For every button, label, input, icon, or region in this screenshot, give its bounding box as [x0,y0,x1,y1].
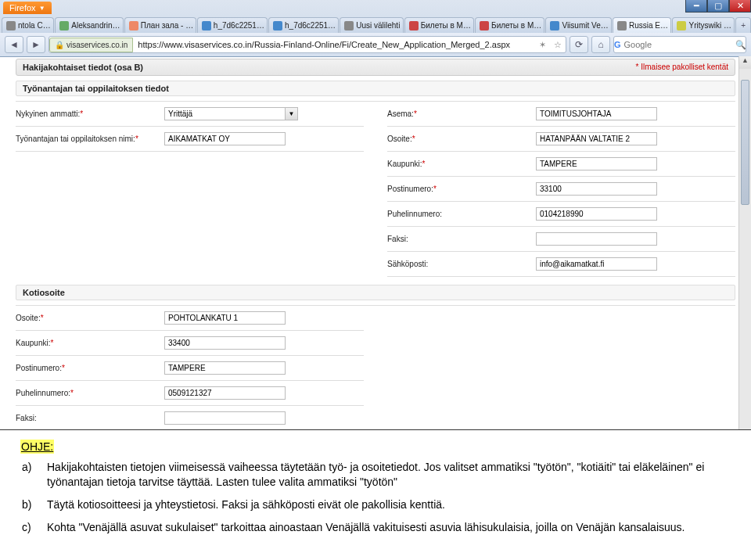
text-input[interactable] [536,207,657,221]
text-input[interactable] [536,182,657,196]
bookmark-icon[interactable]: ☆ [550,40,566,50]
form-row: Asema:* [387,105,735,123]
field-label: Kaupunki:* [16,339,164,347]
instruction-item: a)Hakijakohtaisten tietojen viimeisessä … [42,460,731,490]
field-label: Osoite:* [16,314,164,322]
favicon-icon [677,21,686,31]
browser-tab[interactable]: ntola C… [2,17,54,33]
tab-label: Aleksandrin… [71,21,120,30]
dropdown-button[interactable]: ▼ [286,107,298,120]
favicon-icon [409,21,419,31]
form-row: Postinumero:* [16,359,364,377]
feed-icon[interactable]: ✶ [534,40,550,50]
search-input[interactable] [621,40,735,49]
form-row: Kaupunki:* [16,334,364,352]
browser-tab[interactable]: h_7d6c2251… [197,17,268,33]
favicon-icon [59,21,69,31]
form-row: Faksi: [387,230,735,248]
text-input[interactable] [164,132,286,145]
tab-strip: ntola C…Aleksandrin…План зала - …h_7d6c2… [0,16,751,33]
window-close-button[interactable]: ✕ [729,0,751,13]
browser-tab[interactable]: Viisumit Ve… [545,17,612,33]
field-label: Puhelinnumero: [387,210,536,218]
site-identity[interactable]: 🔒visaservices.co.in [49,38,133,52]
list-marker: b) [22,497,31,512]
field-label: Työnantajan tai oppilaitoksen nimi:* [16,135,164,143]
field-label: Faksi: [387,235,536,243]
tab-label: Uusi välilehti [356,21,400,30]
lock-icon: 🔒 [55,41,64,49]
browser-tab[interactable]: h_7d6c2251… [268,17,339,33]
window-minimize-button[interactable]: ━ [685,0,707,13]
search-go-icon[interactable]: 🔍 [735,40,746,50]
form-row: Nykyinen ammatti:*▼ [16,105,364,123]
section-title: Hakijakohtaiset tiedot (osa B) [23,63,143,72]
tab-label: Viisumit Ve… [562,21,608,30]
form-row: Puhelinnumero: [387,205,735,223]
instruction-item: c)Kohta "Venäjällä asuvat sukulaiset" ta… [42,520,731,535]
section-header: Hakijakohtaiset tiedot (osa B) * Ilmaise… [16,59,735,76]
form-row: Puhelinnumero:* [16,384,364,402]
text-input[interactable] [164,411,286,425]
text-input[interactable] [536,157,657,171]
google-icon: G [614,40,621,49]
text-input[interactable] [164,386,286,400]
favicon-icon [550,21,559,31]
instruction-heading: OHJE: [20,440,54,454]
url-input[interactable] [133,40,534,49]
text-input[interactable] [164,336,286,350]
text-input[interactable] [536,132,657,145]
favicon-icon [6,21,16,31]
home-button[interactable]: ⌂ [591,36,610,53]
field-label: Osoite:* [387,135,536,143]
scroll-thumb[interactable] [741,80,749,205]
tab-label: h_7d6c2251… [285,21,336,30]
field-label: Asema:* [387,109,536,118]
browser-tab[interactable]: Yrityswiki … [672,17,735,33]
browser-tab[interactable]: Билеты в М… [475,17,544,33]
text-input[interactable] [536,257,657,271]
field-label: Faksi: [16,414,164,422]
field-label: Postinumero:* [16,364,164,372]
nav-back-button[interactable]: ◄ [5,36,23,53]
new-tab-button[interactable]: + [735,17,751,33]
firefox-label: Firefox [9,3,36,13]
tab-label: Билеты в М… [491,21,541,30]
text-input[interactable] [164,311,286,325]
browser-tab[interactable]: Aleksandrin… [55,17,123,33]
field-label: Puhelinnumero:* [16,389,164,397]
form-row: Sähköposti: [387,255,735,273]
form-row: Osoite:* [387,130,735,148]
search-bar[interactable]: G 🔍 [613,36,746,53]
favicon-icon [273,21,282,31]
text-input[interactable] [536,107,657,120]
scroll-up-icon[interactable]: ▲ [739,56,751,69]
browser-tab[interactable]: Uusi välilehti [340,17,403,33]
reload-button[interactable]: ⟳ [570,36,588,53]
browser-tab[interactable]: Билеты в М… [404,17,474,33]
tab-label: Билеты в М… [421,21,471,30]
instruction-item: b)Täytä kotiosoitteesi ja yhteystietosi.… [42,497,731,512]
favicon-icon [344,21,354,31]
window-maximize-button[interactable]: ▢ [707,0,729,13]
browser-tab[interactable]: Russia E… [613,17,672,33]
required-note: * Ilmaisee pakolliset kentät [636,63,728,72]
url-bar[interactable]: 🔒visaservices.co.in ✶ ☆ [49,36,566,53]
text-input[interactable] [536,232,657,246]
field-label: Postinumero:* [387,185,536,193]
subsection-employer: Työnantajan tai oppilaitoksen tiedot [16,81,735,96]
browser-tab[interactable]: План зала - … [124,17,196,33]
favicon-icon [617,21,627,31]
tab-label: h_7d6c2251… [214,21,264,30]
form-row: Faksi: [16,409,364,427]
firefox-menu-button[interactable]: Firefox ▼ [3,2,52,14]
field-label: Kaupunki:* [387,160,536,168]
nav-forward-button[interactable]: ► [27,36,45,53]
list-marker: a) [22,460,31,475]
site-identity-label: visaservices.co.in [66,41,128,49]
text-input[interactable] [164,361,286,375]
subsection-home: Kotiosoite [16,285,735,300]
text-input[interactable] [164,107,286,120]
instruction-overlay: OHJE: a)Hakijakohtaisten tietojen viimei… [0,429,751,560]
form-row: Työnantajan tai oppilaitoksen nimi:* [16,130,364,148]
